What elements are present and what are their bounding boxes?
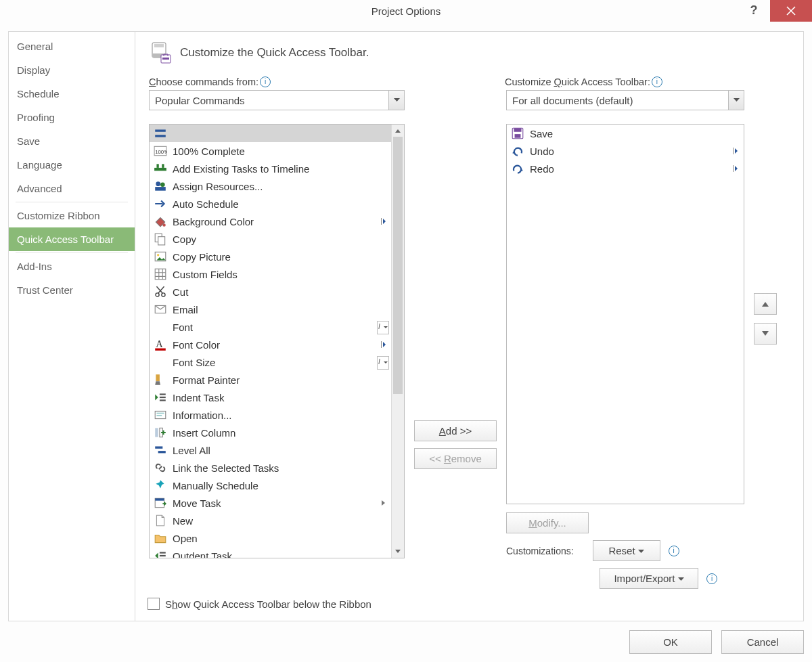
fill-icon: [154, 215, 167, 228]
available-command-item[interactable]: Cut: [150, 283, 392, 301]
sidebar-item-display[interactable]: Display: [9, 58, 135, 82]
svg-rect-8: [154, 168, 166, 171]
sidebar-item-trust-center[interactable]: Trust Center: [9, 278, 135, 302]
svg-rect-36: [155, 446, 162, 448]
modify-button[interactable]: Modify...: [506, 512, 589, 533]
list-item-label: Level All: [173, 445, 392, 456]
info-icon[interactable]: i: [652, 76, 662, 87]
svg-rect-26: [381, 341, 382, 348]
sidebar-item-schedule[interactable]: Schedule: [9, 82, 135, 106]
people-icon: [154, 179, 167, 193]
available-command-item[interactable]: Format Painter: [150, 371, 392, 389]
panel-title: Customize the Quick Access Toolbar.: [180, 46, 369, 60]
split-arrow-icon: [730, 162, 741, 175]
list-item-label: Add Existing Tasks to Timeline: [173, 163, 392, 175]
available-command-item[interactable]: AFont Color: [150, 336, 392, 353]
info-icon[interactable]: i: [260, 76, 271, 87]
ok-button[interactable]: OK: [629, 630, 712, 654]
sidebar-item-proofing[interactable]: Proofing: [9, 106, 135, 129]
scroll-up-button[interactable]: [392, 125, 404, 137]
redo-icon: [511, 162, 524, 175]
indent-icon: [154, 391, 167, 404]
svg-rect-17: [158, 237, 165, 245]
available-command-item[interactable]: Email: [150, 301, 392, 318]
available-command-item[interactable]: Outdent Task: [150, 547, 392, 558]
svg-rect-40: [160, 552, 166, 553]
list-item-label: Redo: [530, 163, 744, 175]
available-command-item[interactable]: New: [150, 512, 392, 529]
sidebar-separator: [16, 252, 128, 253]
svg-rect-28: [160, 393, 166, 395]
list-item-label: Auto Schedule: [173, 198, 392, 210]
available-command-item[interactable]: Insert Column: [150, 424, 392, 441]
available-command-item[interactable]: Link the Selected Tasks: [150, 459, 392, 477]
choose-commands-select[interactable]: Popular Commands: [149, 90, 405, 110]
available-command-item[interactable]: Copy Picture: [150, 248, 392, 265]
svg-rect-9: [156, 164, 158, 168]
available-command-item[interactable]: Font SizeI: [150, 353, 392, 371]
available-command-item[interactable]: Move Task: [150, 494, 392, 512]
svg-rect-1: [154, 44, 164, 47]
info-icon[interactable]: i: [669, 546, 679, 556]
list-item-label: Cut: [173, 286, 392, 298]
import-export-button[interactable]: Import/Export: [600, 568, 698, 589]
sidebar-separator: [16, 202, 128, 202]
available-command-item[interactable]: Level All: [150, 441, 392, 459]
titlebar: Project Options ?: [0, 0, 812, 24]
show-below-ribbon-checkbox[interactable]: [148, 598, 160, 610]
qat-current-list[interactable]: SaveUndoRedo: [506, 124, 744, 504]
scroll-down-button[interactable]: [392, 546, 404, 558]
level-icon: [154, 443, 167, 457]
close-button[interactable]: [770, 0, 812, 22]
available-command-item[interactable]: Add Existing Tasks to Timeline: [150, 160, 392, 177]
separator-icon: [154, 127, 167, 140]
reset-button[interactable]: Reset: [593, 540, 660, 561]
customize-scope-select[interactable]: For all documents (default): [506, 90, 744, 110]
add-button[interactable]: Add >>: [414, 420, 497, 441]
svg-rect-20: [155, 269, 166, 280]
remove-button[interactable]: << Remove: [414, 448, 497, 469]
help-button[interactable]: ?: [742, 0, 766, 23]
list-item-label: Assign Resources...: [173, 181, 392, 192]
available-command-item[interactable]: 100%100% Complete: [150, 142, 392, 160]
available-command-item[interactable]: Auto Schedule: [150, 195, 392, 213]
sidebar-item-language[interactable]: Language: [9, 153, 135, 177]
qat-command-item[interactable]: Save: [507, 125, 744, 142]
available-command-item[interactable]: Manually Schedule: [150, 477, 392, 494]
cancel-button[interactable]: Cancel: [721, 630, 804, 654]
scroll-thumb[interactable]: [393, 137, 403, 394]
move-down-button[interactable]: [754, 323, 777, 345]
sidebar-item-advanced[interactable]: Advanced: [9, 177, 135, 200]
available-command-item[interactable]: Indent Task: [150, 389, 392, 406]
page-icon: [154, 514, 167, 527]
edit-arrow-icon: I: [377, 321, 389, 334]
outdent-icon: [154, 549, 167, 558]
show-below-ribbon-label: Show Quick Access Toolbar below the Ribb…: [165, 598, 371, 610]
picture-icon: [154, 250, 167, 263]
svg-rect-33: [156, 415, 162, 416]
available-command-item[interactable]: [150, 125, 392, 142]
svg-rect-29: [160, 397, 166, 398]
qat-command-item[interactable]: Redo: [507, 160, 744, 177]
sidebar-item-customize-ribbon[interactable]: Customize Ribbon: [9, 204, 135, 227]
sidebar-item-quick-access-toolbar[interactable]: Quick Access Toolbar: [9, 227, 135, 251]
mail-icon: [154, 303, 167, 316]
customizations-label: Customizations:: [506, 546, 574, 556]
undo-icon: [511, 144, 524, 158]
available-command-item[interactable]: Custom Fields: [150, 265, 392, 283]
sidebar-item-add-ins[interactable]: Add-Ins: [9, 255, 135, 278]
sidebar-item-save[interactable]: Save: [9, 129, 135, 153]
qat-command-item[interactable]: Undo: [507, 142, 744, 160]
available-command-item[interactable]: Information...: [150, 406, 392, 424]
info-icon[interactable]: i: [706, 573, 717, 584]
scrollbar[interactable]: [391, 125, 404, 558]
move-up-button[interactable]: [754, 293, 777, 315]
available-commands-list[interactable]: 100%100% CompleteAdd Existing Tasks to T…: [149, 124, 405, 558]
available-command-item[interactable]: Background Color: [150, 213, 392, 230]
svg-rect-39: [155, 498, 164, 500]
available-command-item[interactable]: FontI: [150, 318, 392, 336]
available-command-item[interactable]: Open: [150, 529, 392, 547]
sidebar-item-general[interactable]: General: [9, 35, 135, 58]
available-command-item[interactable]: Assign Resources...: [150, 177, 392, 195]
available-command-item[interactable]: Copy: [150, 230, 392, 248]
